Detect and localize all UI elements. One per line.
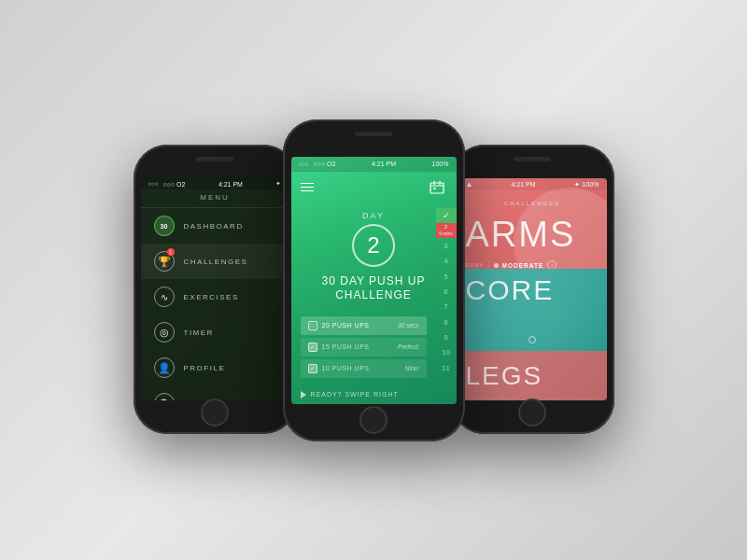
- sidebar-item-challenges[interactable]: 🏆 1 CHALLENGES: [141, 244, 289, 279]
- svg-rect-4: [433, 188, 436, 189]
- phone-left: ○○○ ○○○ O2 4:21 PM ✦ MENU: [134, 145, 297, 434]
- play-arrow-icon: [301, 391, 306, 399]
- dashboard-icon: 30: [154, 216, 175, 236]
- strip-item-11: 11: [436, 360, 457, 375]
- center-battery: 100%: [432, 161, 449, 167]
- sidebar-item-dashboard[interactable]: 30 DASHBOARD: [141, 208, 289, 244]
- dashboard-label: DASHBOARD: [184, 222, 244, 231]
- workout-detail-2: Perfect!: [398, 343, 418, 350]
- hamburger-line-3: [301, 190, 314, 192]
- center-signal: ○○○: [299, 161, 309, 167]
- sidebar-item-timer[interactable]: ◎ TIMER: [141, 315, 289, 350]
- workout-checkbox-3[interactable]: ✓: [308, 364, 317, 373]
- day-number: 2: [367, 232, 379, 259]
- left-screen: ○○○ ○○○ O2 4:21 PM ✦ MENU: [141, 178, 289, 400]
- phone-center: ○○○ ○○○ O2 4:21 PM 100%: [283, 119, 465, 441]
- day-circle-area: DAY 2 30 DAY PUSH UP CHALLENGE: [291, 203, 457, 313]
- strip-num-5: 5: [444, 273, 447, 281]
- workout-item-2-left: ✓ 15 PUSH UPS: [308, 343, 370, 352]
- center-footer: READY? SWIPE RIGHT: [291, 385, 457, 404]
- strip-item-8: 8: [436, 315, 457, 329]
- svg-rect-0: [430, 183, 444, 193]
- sidebar-item-profile[interactable]: 👤 PROFILE: [141, 350, 289, 385]
- workout-item-3[interactable]: ✓ 10 PUSH UPS Nice!: [301, 359, 427, 378]
- core-navigation-dot: [529, 336, 536, 343]
- right-time: 4:21 PM: [511, 181, 535, 188]
- calendar-button[interactable]: [427, 177, 447, 198]
- signal-dots: ○○○: [148, 181, 159, 187]
- right-status-left: ▲: [466, 180, 473, 189]
- challenges-label: CHALLENGES: [184, 258, 248, 266]
- sidebar-item-settings[interactable]: ⚙ SETTINGS: [141, 385, 289, 400]
- phone-right: ▲ 4:21 PM ✦ 100% CHALLENGES ARMS: [451, 145, 614, 434]
- status-right-left: ✦: [275, 180, 281, 188]
- strip-checkmark-1: ✓: [436, 208, 457, 223]
- arms-section: ▲ 4:21 PM ✦ 100% CHALLENGES ARMS: [458, 178, 607, 269]
- center-phone-screen: ○○○ ○○○ O2 4:21 PM 100%: [291, 157, 457, 404]
- workout-name-2: 15 PUSH UPS: [322, 343, 370, 350]
- strip-item-5: 5: [436, 269, 457, 284]
- settings-label: SETTINGS: [184, 399, 233, 401]
- core-title: CORE: [458, 269, 607, 308]
- center-status-right: 100%: [432, 161, 449, 167]
- hamburger-menu-button[interactable]: [301, 183, 314, 192]
- right-battery: 100%: [583, 181, 599, 188]
- bluetooth-icon: ✦: [275, 180, 281, 188]
- easy-label: EASY: [466, 262, 485, 268]
- hamburger-line-1: [301, 183, 314, 185]
- workout-item-2[interactable]: ✓ 15 PUSH UPS Perfect!: [301, 338, 427, 357]
- right-screen: ▲ 4:21 PM ✦ 100% CHALLENGES ARMS: [458, 178, 607, 400]
- challenge-title: 30 DAY PUSH UP CHALLENGE: [303, 271, 444, 307]
- strip-num-9: 9: [444, 333, 447, 342]
- moderate-dot: [494, 263, 499, 268]
- workout-detail-3: Nice!: [405, 365, 419, 371]
- profile-label: PROFILE: [184, 364, 226, 372]
- day-circle: 2: [352, 224, 395, 267]
- timer-label: TIMER: [184, 329, 214, 337]
- day-label: DAY: [362, 211, 385, 220]
- center-header: [291, 172, 457, 203]
- right-status-right: ✦ 100%: [574, 181, 599, 189]
- workout-item-1-left: □ 20 PUSH UPS: [308, 321, 370, 330]
- strip-item-2: 25 mins: [436, 223, 457, 238]
- strip-num-7: 7: [444, 302, 447, 311]
- check-icon: ✓: [443, 211, 450, 220]
- strip-num-11: 11: [442, 364, 450, 372]
- workout-detail-1: 30 secs: [398, 322, 418, 329]
- workout-checkbox-1[interactable]: □: [308, 321, 317, 330]
- center-status-time: 4:21 PM: [372, 161, 396, 167]
- strip-num-4: 4: [444, 257, 447, 265]
- ready-text: READY? SWIPE RIGHT: [311, 391, 399, 398]
- right-wifi: ▲: [466, 180, 473, 189]
- arms-title: ARMS: [458, 211, 607, 259]
- calendar-icon: [430, 180, 444, 195]
- right-phone-screen: ▲ 4:21 PM ✦ 100% CHALLENGES ARMS: [458, 178, 607, 400]
- center-status-bar: ○○○ ○○○ O2 4:21 PM 100%: [291, 157, 457, 172]
- workout-name-3: 10 PUSH UPS: [322, 365, 370, 371]
- strip-item-9: 9: [436, 329, 457, 344]
- strip-num-3: 3: [444, 242, 447, 250]
- strip-item-10: 10: [436, 345, 457, 360]
- settings-icon: ⚙: [154, 393, 175, 400]
- exercises-icon: ∿: [154, 287, 175, 307]
- menu-title: MENU: [200, 193, 230, 202]
- workout-name-1: 20 PUSH UPS: [322, 322, 370, 329]
- strip-item-7: 7: [436, 300, 457, 315]
- workout-item-1[interactable]: □ 20 PUSH UPS 30 secs: [301, 316, 427, 335]
- strip-item-3: 3: [436, 238, 457, 253]
- strip-num-8: 8: [444, 318, 447, 327]
- strip-num-6: 6: [444, 287, 447, 296]
- core-section: CORE: [458, 269, 607, 351]
- workout-item-3-left: ✓ 10 PUSH UPS: [308, 364, 370, 373]
- diff-separator-arrow: ›: [488, 262, 490, 268]
- sidebar-item-exercises[interactable]: ∿ EXERCISES: [141, 279, 289, 315]
- center-screen: ○○○ ○○○ O2 4:21 PM 100%: [291, 157, 457, 404]
- challenges-badge: 1: [167, 248, 175, 256]
- center-carrier: ○○○ O2: [313, 161, 335, 167]
- strip-num-10: 10: [442, 348, 450, 357]
- left-phone-screen: ○○○ ○○○ O2 4:21 PM ✦ MENU: [141, 178, 289, 400]
- center-status-left: ○○○ ○○○ O2: [299, 161, 336, 167]
- strip-mins-label: 25 mins: [439, 224, 453, 236]
- workout-checkbox-2[interactable]: ✓: [308, 343, 317, 352]
- dashboard-number: 30: [161, 223, 168, 230]
